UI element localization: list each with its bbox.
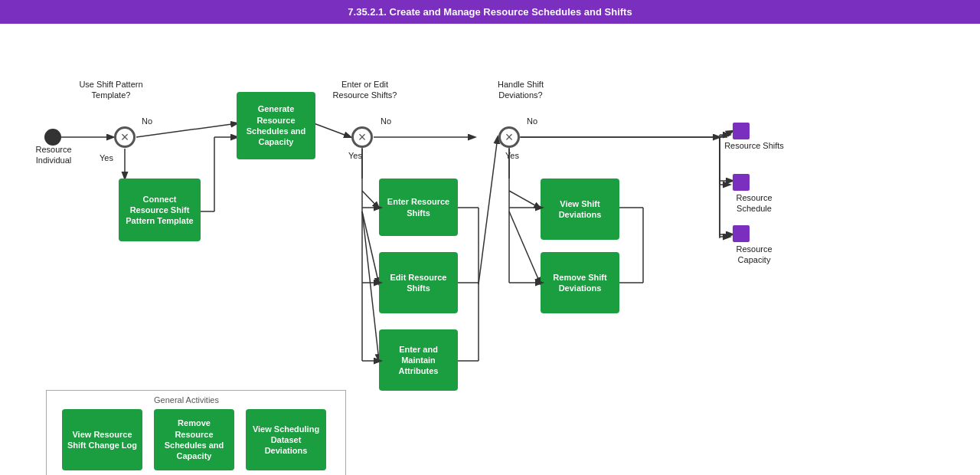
decision1-label: Use Shift Pattern Template? [77,79,145,101]
box-view-log[interactable]: View Resource Shift Change Log [62,409,142,470]
output-schedule-label: Resource Schedule [720,192,789,215]
output-shifts-icon [733,123,750,139]
svg-line-41 [720,131,733,137]
box-edit-shifts[interactable]: Edit Resource Shifts [379,252,458,313]
box-enter-shifts[interactable]: Enter Resource Shifts [379,179,458,236]
gateway-3 [498,126,520,148]
title-bar: 7.35.2.1. Create and Manage Resource Sch… [0,0,980,24]
output-schedule-icon [733,174,750,191]
svg-line-15 [509,211,541,284]
box-remove-schedules[interactable]: Remove Resource Schedules and Capacity [154,409,234,470]
output-capacity-label: Resource Capacity [720,244,789,266]
decision2-label: Enter or Edit Resource Shifts? [332,79,397,101]
svg-line-11 [362,211,379,361]
box-view-dataset[interactable]: View Scheduling Dataset Deviations [246,409,326,470]
box-attributes[interactable]: Enter and Maintain Attributes [379,329,458,391]
box-generate[interactable]: Generate Resource Schedules and Capacity [237,92,315,159]
general-activities-label: General Activities [154,395,219,405]
decision1-no-label: No [142,116,152,126]
box-connect[interactable]: Connect Resource Shift Pattern Template [119,179,201,241]
decision2-no-label: No [381,116,391,126]
svg-line-14 [509,191,541,208]
gateway-1 [114,126,136,148]
output-shifts-label: Resource Shifts [724,140,785,151]
box-view-deviations[interactable]: View Shift Deviations [541,179,619,240]
box-remove-deviations[interactable]: Remove Shift Deviations [541,252,619,313]
output-capacity-icon [733,225,750,242]
general-activities-box: General Activities View Resource Shift C… [46,390,346,475]
svg-line-30 [479,137,498,284]
decision3-label: Handle Shift Deviations? [486,79,555,101]
decision3-no-label: No [527,116,537,126]
start-node [44,129,61,146]
gateway-2 [351,126,373,148]
decision3-yes-label: Yes [505,150,519,161]
decision2-yes-label: Yes [348,150,362,161]
svg-line-9 [362,191,379,208]
start-label: Resource Individual [27,144,80,166]
svg-line-10 [362,211,379,284]
canvas: Resource Individual Use Shift Pattern Te… [0,24,980,475]
decision1-yes-label: Yes [100,152,113,163]
svg-line-3 [314,123,351,137]
title-text: 7.35.2.1. Create and Manage Resource Sch… [348,6,632,18]
